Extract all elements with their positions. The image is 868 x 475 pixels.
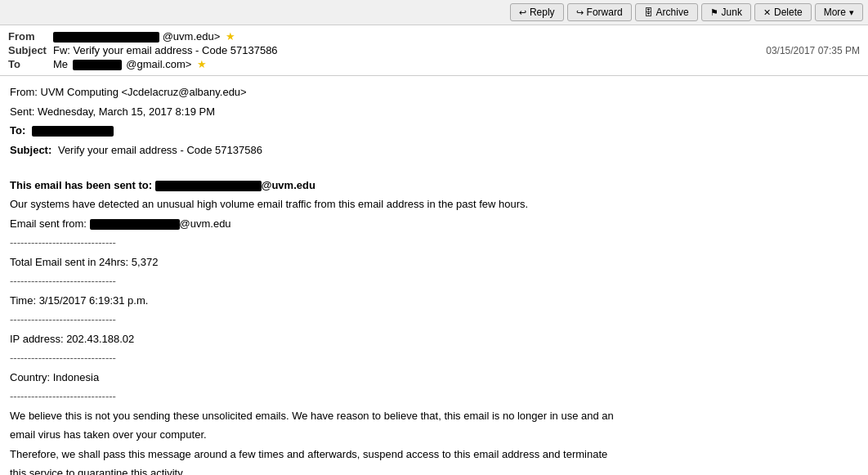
from-value: @uvm.edu> ★ xyxy=(53,30,860,43)
from-domain: @uvm.edu> xyxy=(163,30,221,43)
divider-5: ------------------------------ xyxy=(10,388,858,405)
body-subject-line: Subject: Verify your email address - Cod… xyxy=(10,142,858,159)
body-to-line: To: xyxy=(10,123,858,139)
this-email-redacted xyxy=(155,181,262,191)
email-sent-from-suffix: @uvm.edu xyxy=(180,217,231,230)
subject-row: Subject Fw: Verify your email address - … xyxy=(8,44,860,56)
email-date: 03/15/2017 07:35 PM xyxy=(766,45,860,56)
this-email-suffix: @uvm.edu xyxy=(262,179,315,191)
body-subject-value: Verify your email address - Code 5713758… xyxy=(58,144,262,156)
email-sent-from-prefix: Email sent from: xyxy=(10,217,90,230)
therefore-line-1: Therefore, we shall pass this message ar… xyxy=(10,446,858,463)
subject-value: Fw: Verify your email address - Code 571… xyxy=(53,44,278,56)
forward-button[interactable]: ↪ Forward xyxy=(567,3,632,21)
to-star-icon: ★ xyxy=(197,58,207,70)
to-me: Me xyxy=(53,58,68,70)
delete-icon: ✕ xyxy=(763,7,771,18)
from-redacted xyxy=(53,32,159,43)
from-row: From @uvm.edu> ★ xyxy=(8,30,860,43)
forward-icon: ↪ xyxy=(576,7,584,18)
therefore-line-2: this service to quarantine this activity… xyxy=(10,465,858,475)
body-sent-line: Sent: Wednesday, March 15, 2017 8:19 PM xyxy=(10,104,858,120)
junk-icon: ⚑ xyxy=(710,7,718,18)
forward-label: Forward xyxy=(587,7,623,18)
divider-2: ------------------------------ xyxy=(10,273,858,289)
divider-3: ------------------------------ xyxy=(10,311,858,328)
archive-button[interactable]: 🗄 Archive xyxy=(635,3,698,21)
divider-1: ------------------------------ xyxy=(10,235,858,251)
body-to-redacted xyxy=(32,126,114,137)
time-line: Time: 3/15/2017 6:19:31 p.m. xyxy=(10,293,858,309)
body-to-label: To: xyxy=(10,124,25,137)
from-star-icon: ★ xyxy=(226,30,235,43)
junk-label: Junk xyxy=(722,7,742,18)
from-label: From xyxy=(8,30,53,43)
divider-4: ------------------------------ xyxy=(10,350,858,366)
toolbar: ↩ Reply ↪ Forward 🗄 Archive ⚑ Junk ✕ Del… xyxy=(0,0,868,25)
email-header: From @uvm.edu> ★ Subject Fw: Verify your… xyxy=(0,25,868,76)
to-suffix: @gmail.com> xyxy=(126,58,191,70)
email-sent-from-redacted xyxy=(90,219,180,230)
believe-line-2: email virus has taken over your computer… xyxy=(10,427,858,443)
reply-label: Reply xyxy=(530,7,555,18)
email-sent-from: Email sent from: @uvm.edu xyxy=(10,216,858,232)
body-subject-label: Subject: xyxy=(10,144,51,156)
more-label: More xyxy=(824,7,846,18)
more-chevron-icon: ▾ xyxy=(849,7,854,18)
archive-label: Archive xyxy=(656,7,689,18)
this-email-sent-to: This email has been sent to: @uvm.edu xyxy=(10,177,858,194)
reply-icon: ↩ xyxy=(519,7,526,18)
total-email: Total Email sent in 24hrs: 5,372 xyxy=(10,254,858,271)
this-email-prefix: This email has been sent to: xyxy=(10,179,155,191)
email-body: From: UVM Computing <Jcdelacruz@albany.e… xyxy=(0,76,868,475)
to-redacted xyxy=(73,60,122,70)
archive-icon: 🗄 xyxy=(644,7,653,17)
unusual-traffic: Our systems have detected an unusual hig… xyxy=(10,196,858,213)
delete-label: Delete xyxy=(774,7,803,18)
to-row: To Me @gmail.com> ★ xyxy=(8,58,860,70)
to-value: Me @gmail.com> ★ xyxy=(53,58,860,70)
body-from-line: From: UVM Computing <Jcdelacruz@albany.e… xyxy=(10,84,858,101)
country-line: Country: Indonesia xyxy=(10,370,858,386)
ip-line: IP address: 202.43.188.02 xyxy=(10,331,858,347)
subject-label: Subject xyxy=(8,44,53,56)
to-label: To xyxy=(8,58,53,70)
junk-button[interactable]: ⚑ Junk xyxy=(701,3,751,21)
more-button[interactable]: More ▾ xyxy=(815,3,863,21)
delete-button[interactable]: ✕ Delete xyxy=(754,3,812,21)
believe-line-1: We believe this is not you sending these… xyxy=(10,408,858,424)
reply-button[interactable]: ↩ Reply xyxy=(510,3,564,21)
